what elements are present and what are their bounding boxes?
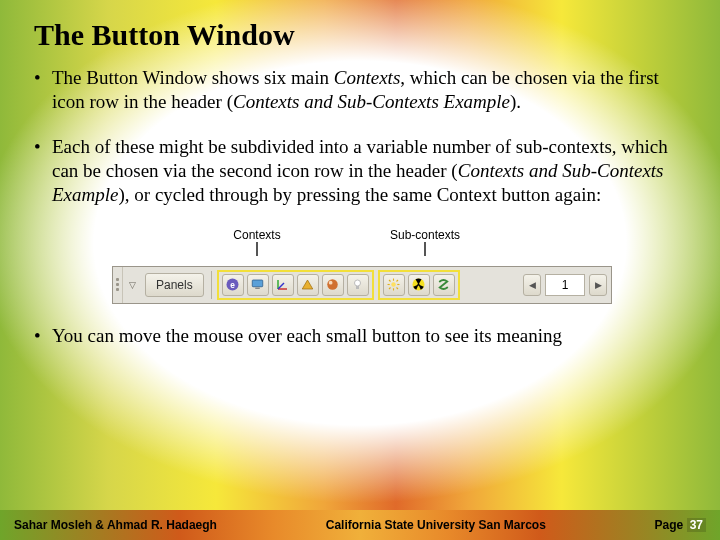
context-light-button[interactable]: [347, 274, 369, 296]
svg-point-10: [355, 280, 361, 286]
monitor-icon: [250, 277, 265, 292]
globe-e-icon: e: [225, 277, 240, 292]
svg-rect-2: [252, 280, 263, 287]
svg-point-8: [327, 279, 338, 290]
callout-subcontexts: Sub-contexts: [380, 228, 470, 256]
bullet-1-text-a: The Button Window shows six main: [52, 67, 334, 88]
spinner-next-button[interactable]: ▶: [589, 274, 607, 296]
context-material-button[interactable]: [322, 274, 344, 296]
bullet-1-italic-contexts: Contexts: [334, 67, 401, 88]
triangle-icon: [300, 277, 315, 292]
subcontext-lamp-button[interactable]: [383, 274, 405, 296]
context-edit-button[interactable]: [297, 274, 319, 296]
bullet-2-text-c: ), or cycled through by pressing the sam…: [118, 184, 601, 205]
svg-marker-7: [302, 280, 313, 289]
button-window-toolbar: ▽ Panels e: [112, 266, 612, 304]
lightbulb-icon: [350, 277, 365, 292]
footer-page-number: 37: [687, 518, 706, 532]
spinner-value[interactable]: 1: [545, 274, 585, 296]
bullet-1-italic-example: Contexts and Sub-Contexts Example: [233, 91, 510, 112]
svg-rect-3: [255, 288, 260, 290]
footer-authors: Sahar Mosleh & Ahmad R. Hadaegh: [14, 518, 217, 532]
subcontext-radiation-button[interactable]: [408, 274, 430, 296]
footer-institution: California State University San Marcos: [326, 518, 546, 532]
context-scene-button[interactable]: [247, 274, 269, 296]
toolbar-callouts: Contexts Sub-contexts: [112, 228, 612, 266]
snake-script-icon: [436, 277, 451, 292]
contexts-group: e: [217, 270, 374, 300]
subcontext-script-button[interactable]: [433, 274, 455, 296]
drag-grip[interactable]: [113, 267, 123, 303]
footer-page-label: Page: [655, 518, 684, 532]
slide-footer: Sahar Mosleh & Ahmad R. Hadaegh Californ…: [0, 510, 720, 540]
radiation-icon: [411, 277, 426, 292]
panels-button[interactable]: Panels: [145, 273, 204, 297]
context-object-button[interactable]: [272, 274, 294, 296]
svg-text:e: e: [230, 281, 235, 290]
footer-page: Page 37: [655, 518, 706, 532]
callout-contexts: Contexts: [222, 228, 292, 256]
bullet-1: The Button Window shows six main Context…: [34, 66, 686, 115]
spinner-prev-button[interactable]: ◀: [523, 274, 541, 296]
callout-contexts-label: Contexts: [233, 228, 280, 242]
svg-line-17: [389, 280, 391, 282]
sphere-icon: [325, 277, 340, 292]
axes-icon: [275, 277, 290, 292]
sun-icon: [386, 277, 401, 292]
callout-stem-icon: [256, 242, 258, 256]
svg-line-19: [397, 280, 399, 282]
svg-rect-11: [356, 286, 359, 289]
svg-line-6: [278, 283, 284, 289]
toolbar-menu-dropdown[interactable]: ▽: [123, 267, 141, 303]
bullet-3: You can move the mouse over each small b…: [34, 324, 686, 348]
context-render-button[interactable]: e: [222, 274, 244, 296]
svg-line-20: [389, 288, 391, 290]
callout-stem-icon: [424, 242, 426, 256]
frame-spinner: ◀ 1 ▶: [523, 273, 607, 297]
bullet-1-text-e: ).: [510, 91, 521, 112]
svg-line-18: [397, 288, 399, 290]
bullet-2: Each of these might be subdivided into a…: [34, 135, 686, 208]
separator: [211, 271, 212, 299]
svg-point-9: [329, 281, 333, 285]
subcontexts-group: [378, 270, 460, 300]
svg-point-12: [391, 282, 396, 287]
callout-subcontexts-label: Sub-contexts: [390, 228, 460, 242]
slide-title: The Button Window: [34, 18, 686, 52]
